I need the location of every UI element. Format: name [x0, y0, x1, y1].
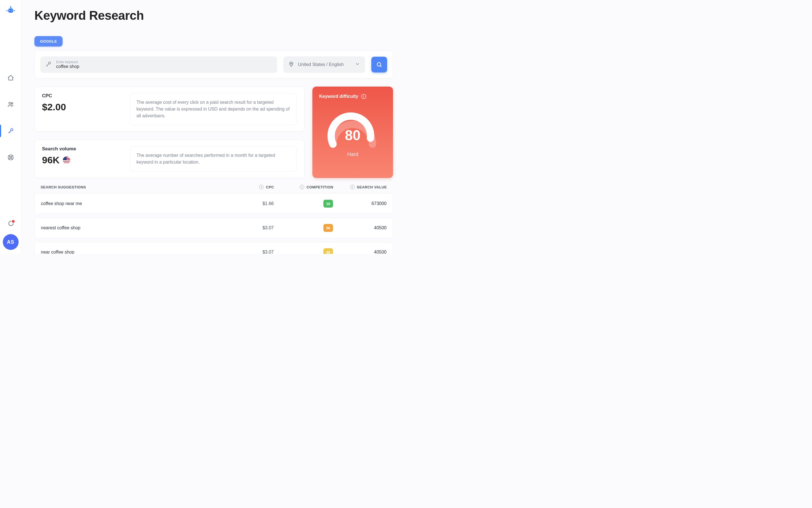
cpc-value: $2.00 — [42, 101, 124, 113]
col-cpc: CPC — [266, 185, 274, 189]
main-content: Keyword Research GOOGLE Enter keyword co… — [21, 0, 406, 254]
svg-point-1 — [10, 6, 11, 8]
nav-home[interactable] — [0, 72, 21, 84]
chevron-down-icon — [355, 61, 360, 68]
info-icon[interactable]: i — [300, 185, 304, 189]
pin-icon — [288, 61, 294, 68]
col-competition: COMPETITION — [307, 185, 333, 189]
col-search-value: SEARCH VALUE — [357, 185, 387, 189]
suggestion-search-value: 673000 — [333, 201, 387, 206]
cpc-description: The average cost of every click on a pai… — [130, 93, 297, 125]
region-label: United States / English — [298, 62, 344, 67]
page-title: Keyword Research — [34, 8, 393, 23]
keyword-input[interactable]: Enter keyword coffee shop — [40, 56, 277, 73]
app-logo — [6, 5, 16, 15]
volume-value: 96K — [42, 155, 59, 166]
sidebar: AS — [0, 0, 21, 254]
difficulty-label: Hard — [347, 152, 358, 157]
suggestion-keyword: nearest coffee shop — [41, 225, 237, 230]
svg-point-6 — [11, 10, 12, 11]
search-engine-chip[interactable]: GOOGLE — [34, 36, 62, 47]
suggestion-rows: coffee shop near me$1.6616673000nearest … — [34, 193, 393, 254]
suggestion-keyword: near coffee shop — [41, 250, 237, 254]
info-icon[interactable]: i — [350, 185, 355, 189]
svg-rect-0 — [8, 8, 13, 13]
chat-icon[interactable] — [7, 220, 14, 227]
volume-card: Search volume 96K The average number of … — [34, 140, 305, 178]
suggestion-cpc: $3.07 — [237, 225, 274, 230]
suggestion-keyword: coffee shop near me — [41, 201, 237, 206]
difficulty-gauge: 80 — [324, 108, 381, 150]
volume-description: The average number of searches performed… — [130, 146, 297, 171]
cpc-card: CPC $2.00 The average cost of every clic… — [34, 87, 305, 132]
table-row[interactable]: coffee shop near me$1.6616673000 — [34, 193, 393, 214]
table-row[interactable]: near coffee shop$3.074040500 — [34, 242, 393, 254]
svg-point-5 — [9, 10, 10, 11]
volume-label: Search volume — [42, 146, 124, 152]
svg-point-4 — [14, 10, 15, 11]
nav-support[interactable] — [0, 151, 21, 164]
cpc-label: CPC — [42, 93, 124, 99]
search-button[interactable] — [371, 57, 387, 73]
suggestion-cpc: $1.66 — [237, 201, 274, 206]
svg-point-3 — [6, 10, 8, 11]
difficulty-title: Keyword difficulty — [319, 94, 358, 99]
user-avatar[interactable]: AS — [3, 234, 18, 250]
competition-badge: 40 — [323, 248, 333, 254]
suggestion-search-value: 40500 — [333, 250, 387, 254]
region-select[interactable]: United States / English — [283, 56, 365, 73]
svg-point-11 — [10, 157, 11, 158]
suggestion-search-value: 40500 — [333, 225, 387, 230]
table-row[interactable]: nearest coffee shop$3.075640500 — [34, 217, 393, 238]
nav-keyword-research[interactable] — [0, 125, 21, 137]
competition-badge: 56 — [323, 224, 333, 232]
search-panel: Enter keyword coffee shop United States … — [34, 50, 393, 79]
table-header: SEARCH SUGGESTIONS iCPC iCOMPETITION iSE… — [34, 178, 393, 193]
svg-point-7 — [9, 102, 11, 104]
key-icon — [45, 61, 52, 68]
col-suggestions: SEARCH SUGGESTIONS — [41, 185, 237, 189]
svg-point-13 — [291, 63, 292, 64]
sidebar-nav — [0, 72, 21, 164]
keyword-input-label: Enter keyword — [56, 60, 79, 64]
nav-people[interactable] — [0, 98, 21, 111]
svg-point-8 — [11, 103, 13, 104]
info-icon[interactable]: i — [259, 185, 264, 189]
difficulty-score: 80 — [324, 127, 381, 143]
competition-badge: 16 — [323, 200, 333, 208]
info-icon[interactable]: i — [361, 94, 366, 99]
difficulty-card: Keyword difficulty i 80 Hard — [312, 87, 393, 178]
suggestion-cpc: $3.07 — [237, 250, 274, 254]
us-flag-icon — [63, 157, 70, 164]
keyword-input-value: coffee shop — [56, 64, 79, 69]
